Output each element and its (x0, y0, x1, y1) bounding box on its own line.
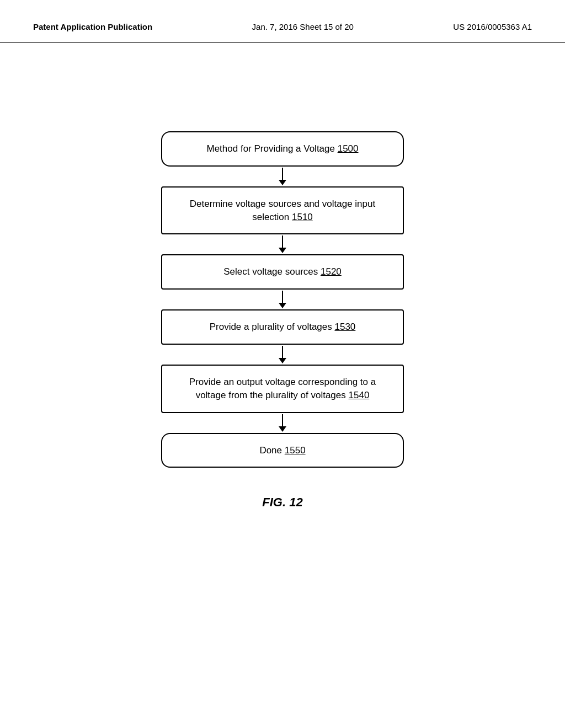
ref-1500: 1500 (338, 143, 359, 154)
flowchart: Method for Providing a Voltage 1500 Dete… (161, 131, 404, 468)
arrow-line-2 (282, 235, 283, 248)
arrow-head-1 (279, 180, 286, 185)
arrow-head-3 (279, 303, 286, 308)
arrow-head-2 (279, 248, 286, 253)
arrow-head-4 (279, 358, 286, 363)
figure-label: FIG. 12 (262, 495, 302, 510)
arrow-line-5 (282, 414, 283, 426)
flowbox-1540: Provide an output voltage corresponding … (161, 365, 404, 413)
flowbox-1530: Provide a plurality of voltages 1530 (161, 309, 404, 345)
arrow-line-4 (282, 346, 283, 358)
ref-1540: 1540 (349, 390, 370, 400)
arrow-head-5 (279, 426, 286, 432)
flowbox-1550: Done 1550 (161, 433, 404, 468)
ref-1520: 1520 (321, 266, 342, 277)
page-header: Patent Application Publication Jan. 7, 2… (0, 0, 565, 43)
date-sheet-label: Jan. 7, 2016 Sheet 15 of 20 (252, 22, 354, 31)
arrow-4 (279, 345, 286, 365)
ref-1530: 1530 (334, 322, 355, 332)
arrow-1 (279, 167, 286, 186)
arrow-line-3 (282, 291, 283, 303)
ref-1510: 1510 (292, 212, 313, 222)
ref-1550: 1550 (285, 445, 306, 456)
publication-label: Patent Application Publication (33, 22, 152, 31)
patent-number-label: US 2016/0005363 A1 (453, 22, 532, 31)
arrow-5 (279, 413, 286, 433)
flowbox-1520: Select voltage sources 1520 (161, 254, 404, 290)
arrow-2 (279, 234, 286, 254)
arrow-3 (279, 290, 286, 309)
arrow-line-1 (282, 168, 283, 180)
flowbox-1500: Method for Providing a Voltage 1500 (161, 131, 404, 167)
diagram-container: Method for Providing a Voltage 1500 Dete… (0, 43, 565, 510)
flowbox-1510: Determine voltage sources and voltage in… (161, 186, 404, 235)
